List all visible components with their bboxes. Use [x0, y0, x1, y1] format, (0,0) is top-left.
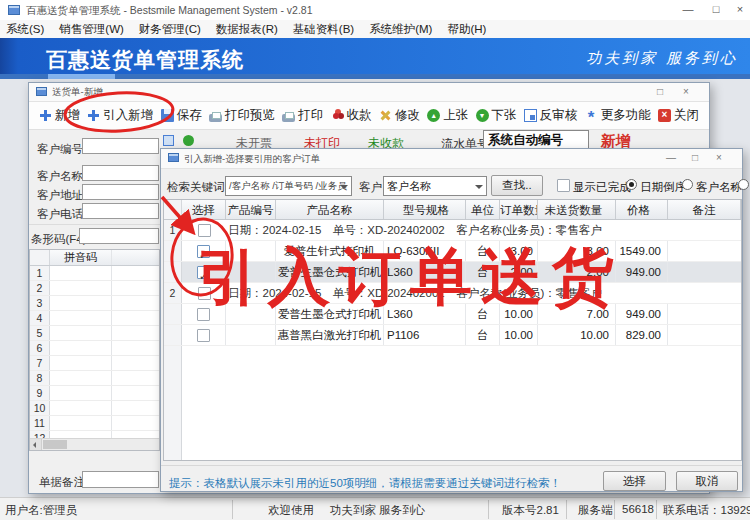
row-number: 6: [30, 341, 50, 355]
column-header-6[interactable]: 订单数量: [500, 200, 538, 219]
group-header-text: 日期：2024-02-15 单号：XD-202402002 客户名称(业务员)：…: [226, 220, 741, 240]
row-number: 9: [30, 386, 50, 400]
pinyin-row-1[interactable]: 1: [30, 266, 159, 281]
menu-item-3[interactable]: 数据报表(R): [216, 22, 278, 37]
pinyin-row-2[interactable]: 2: [30, 281, 159, 296]
row-number: [164, 325, 182, 345]
import-close-button[interactable]: ×: [710, 151, 728, 166]
column-header-5[interactable]: 单位: [466, 200, 500, 219]
menu-item-6[interactable]: 帮助(H): [447, 22, 486, 37]
cell-model: P1106: [384, 325, 466, 345]
order-group-row-1[interactable]: 1日期：2024-02-15 单号：XD-202402002 客户名称(业务员)…: [164, 220, 741, 241]
group-checkbox[interactable]: [198, 287, 211, 300]
minimize-button[interactable]: —: [678, 2, 698, 18]
cell-name: 惠普黑白激光打印机: [276, 325, 384, 345]
toolbar-button-next-sheet[interactable]: ▼下张: [476, 107, 517, 124]
pinyin-row-9[interactable]: 9: [30, 386, 159, 401]
delivery-close-button[interactable]: ×: [677, 85, 695, 100]
cell-name: 爱普生针式打印机: [276, 241, 384, 261]
order-item-row[interactable]: 惠普黑白激光打印机P1106台10.0010.00829.00: [164, 325, 741, 346]
customer-phone-input[interactable]: [82, 203, 159, 219]
column-header-8[interactable]: 价格: [616, 200, 668, 219]
delivery-toolbar: 新增引入新增保存打印预览打印收款修改▲上张▼下张反审核*更多功能×关闭: [29, 102, 709, 130]
remark-input[interactable]: [82, 471, 159, 488]
toolbar-button-new[interactable]: 新增: [39, 107, 80, 124]
pinyin-row-6[interactable]: 6: [30, 341, 159, 356]
import-minimize-button[interactable]: —: [662, 151, 680, 166]
menu-item-2[interactable]: 财务管理(C): [139, 22, 201, 37]
column-header-3[interactable]: 产品名称: [276, 200, 384, 219]
order-group-row-2[interactable]: 2日期：2024-02-15 单号：XD-202402001 客户名称(业务员)…: [164, 283, 741, 304]
barcode-input[interactable]: [79, 228, 159, 244]
sort-other-radio[interactable]: [738, 179, 749, 190]
pinyin-row-7[interactable]: 7: [30, 356, 159, 371]
pinyin-row-4[interactable]: 4: [30, 311, 159, 326]
group-checkbox[interactable]: [198, 224, 211, 237]
toolbar-button-print[interactable]: 打印: [282, 107, 323, 124]
column-header-7[interactable]: 未送货数量: [538, 200, 616, 219]
toolbar-label: 打印: [298, 107, 323, 124]
item-checkbox[interactable]: [197, 308, 210, 321]
column-header-9[interactable]: 备注: [668, 200, 741, 219]
toolbar-label: 上张: [443, 107, 468, 124]
toolbar-label: 下张: [492, 107, 517, 124]
sort-customer-radio[interactable]: [682, 179, 693, 190]
menu-item-0[interactable]: 系统(S): [6, 22, 44, 37]
scrollbar-thumb[interactable]: [43, 440, 67, 449]
reverse-audit-icon: [524, 109, 537, 122]
order-item-row[interactable]: 爱普生针式打印机LQ-630KII台3.003.001549.00: [164, 241, 741, 262]
customer-name-input[interactable]: [82, 165, 159, 181]
find-button[interactable]: 查找..: [491, 175, 543, 196]
cell-name: 爱普生墨仓式打印机: [276, 262, 384, 282]
pinyin-row-8[interactable]: 8: [30, 371, 159, 386]
sort-date-radio[interactable]: [626, 179, 637, 190]
column-header-4[interactable]: 型号规格: [384, 200, 466, 219]
pinyin-row-11[interactable]: 11: [30, 416, 159, 431]
toolbar-label: 保存: [177, 107, 202, 124]
toolbar-button-prev-sheet[interactable]: ▲上张: [427, 107, 468, 124]
item-checkbox[interactable]: [197, 245, 210, 258]
cancel-button[interactable]: 取消: [676, 471, 738, 491]
import-maximize-button[interactable]: □: [686, 151, 704, 166]
import-dialog-titlebar: 引入新增-选择要引用的客户订单 — □ ×: [161, 149, 742, 169]
delivery-maximize-button[interactable]: □: [651, 85, 669, 100]
menu-item-1[interactable]: 销售管理(W): [59, 22, 124, 37]
pinyin-row-5[interactable]: 5: [30, 326, 159, 341]
grid-hscrollbar[interactable]: [30, 438, 159, 450]
pinyin-row-10[interactable]: 10: [30, 401, 159, 416]
scroll-left-arrow-icon[interactable]: [30, 439, 42, 450]
app-icon: [8, 5, 20, 15]
toolbar-button-modify[interactable]: 修改: [379, 107, 420, 124]
order-item-row[interactable]: 爱普生墨仓式打印机L360台10.007.00949.00: [164, 304, 741, 325]
row-number: 2: [164, 283, 182, 303]
toolbar-button-reverse-audit[interactable]: 反审核: [524, 107, 578, 124]
column-header-1[interactable]: 选择: [182, 200, 226, 219]
item-checkbox[interactable]: [197, 266, 210, 279]
order-item-row[interactable]: 爱普生墨仓式打印机L360台2.002.00949.00: [164, 262, 741, 283]
menu-item-4[interactable]: 基础资料(B): [293, 22, 354, 37]
show-completed-checkbox[interactable]: [557, 179, 570, 192]
menu-item-5[interactable]: 系统维护(M): [369, 22, 432, 37]
toolbar-button-print-preview[interactable]: 打印预览: [209, 107, 275, 124]
main-titlebar: 百惠送货单管理系统 - Bestsmile Management System …: [0, 0, 750, 20]
keyword-combo[interactable]: /客户名称 /订单号码 /业务员: [225, 176, 352, 196]
toolbar-button-close[interactable]: ×关闭: [658, 107, 699, 124]
toolbar-button-collect-payment[interactable]: 收款: [331, 107, 372, 124]
maximize-button[interactable]: □: [706, 2, 726, 18]
customer-address-input[interactable]: [82, 184, 159, 200]
toolbar-button-more-functions[interactable]: *更多功能: [585, 107, 651, 124]
customer-code-input[interactable]: [82, 138, 159, 154]
pinyin-row-3[interactable]: 3: [30, 296, 159, 311]
column-header-0[interactable]: [164, 200, 182, 219]
toolbar-button-import-new[interactable]: 引入新增: [87, 107, 153, 124]
column-header-2[interactable]: 产品编号: [226, 200, 276, 219]
tab-strip: [0, 74, 750, 79]
select-button[interactable]: 选择: [603, 471, 666, 491]
item-checkbox[interactable]: [197, 329, 210, 342]
close-button[interactable]: ×: [730, 2, 750, 18]
customer-combo[interactable]: 客户名称: [383, 176, 487, 196]
row-number: 1: [30, 266, 50, 280]
toolbar-button-save[interactable]: 保存: [161, 107, 202, 124]
app-banner: 百惠送货单管理系统 功夫到家 服务到心: [0, 38, 750, 74]
banner-title: 百惠送货单管理系统: [46, 46, 244, 74]
